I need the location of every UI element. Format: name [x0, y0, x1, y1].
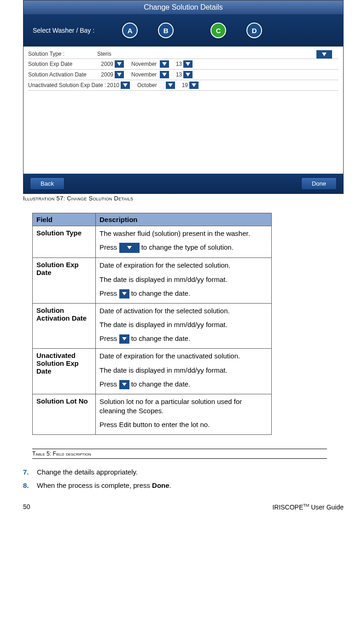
field-desc: Date of expiration for the unactivated s… — [96, 349, 272, 394]
exp-month: November — [128, 61, 160, 67]
table-row: Solution Type The washer fluid (solution… — [33, 226, 272, 258]
dropdown-icon — [119, 334, 129, 344]
unact-month: October — [134, 82, 166, 88]
dropdown-icon — [119, 289, 129, 299]
dropdown-act-month[interactable] — [160, 71, 169, 78]
step-7: 7. Change the details appropriately. — [23, 468, 344, 476]
dropdown-solution-type[interactable] — [316, 50, 332, 59]
svg-marker-8 — [168, 83, 173, 87]
act-day: 13 — [174, 71, 183, 78]
unact-day: 19 — [180, 82, 189, 88]
bay-b-button[interactable]: B — [158, 23, 174, 38]
label-act-date: Solution Activation Date — [28, 71, 97, 78]
guide-title: IRISCOPETM User Guide — [272, 503, 344, 511]
field-name: Unactivated Solution Exp Date — [33, 349, 96, 394]
act-year: 2009 — [97, 71, 115, 78]
svg-marker-0 — [322, 53, 327, 56]
row-act-date: Solution Activation Date 2009 November 1… — [28, 70, 339, 80]
exp-year: 2009 — [97, 61, 115, 67]
bay-d-button[interactable]: D — [246, 23, 262, 38]
table-row: Unactivated Solution Exp Date Date of ex… — [33, 349, 272, 394]
svg-marker-4 — [117, 73, 122, 76]
exp-day: 13 — [174, 61, 183, 67]
th-description: Description — [96, 213, 272, 226]
dropdown-act-year[interactable] — [115, 71, 124, 78]
field-name: Solution Exp Date — [33, 258, 96, 304]
dropdown-exp-day[interactable] — [183, 60, 193, 68]
row-exp-date: Solution Exp Date 2009 November 13 — [28, 59, 339, 70]
dropdown-unact-year[interactable] — [121, 82, 130, 89]
select-washer-label: Select Washer / Bay : — [33, 27, 94, 34]
row-unact-date: Unactivated Solution Exp Date : 2010 Oct… — [28, 80, 339, 91]
steps-list: 7. Change the details appropriately. 8. … — [23, 468, 344, 489]
dropdown-exp-year[interactable] — [115, 60, 124, 68]
form-spacer — [28, 91, 339, 169]
field-name: Solution Type — [33, 226, 96, 258]
app-footer: Back Done — [23, 174, 343, 193]
table-caption: Table 5: Field description — [32, 449, 327, 459]
step-number: 8. — [23, 481, 37, 489]
washer-select-bar: Select Washer / Bay : A B C D — [23, 14, 343, 47]
field-desc: Solution lot no for a particular solutio… — [96, 394, 272, 434]
step-text: Change the details appropriately. — [37, 468, 138, 476]
dropdown-icon — [119, 243, 140, 253]
svg-marker-2 — [162, 62, 167, 66]
row-solution-type: Solution Type : Steris — [28, 49, 339, 59]
svg-marker-1 — [117, 62, 122, 66]
dropdown-unact-month[interactable] — [166, 82, 175, 89]
label-unact-date: Unactivated Solution Exp Date : — [28, 82, 106, 88]
th-field: Field — [33, 213, 96, 226]
bay-a-button[interactable]: A — [122, 23, 138, 38]
bay-c-button[interactable]: C — [210, 23, 226, 38]
table-row: Solution Activation Date Date of activat… — [33, 303, 272, 349]
label-solution-type: Solution Type : — [28, 51, 97, 57]
dropdown-unact-day[interactable] — [189, 82, 199, 89]
field-desc: Date of activation for the selected solu… — [96, 303, 272, 349]
field-desc: The washer fluid (solution) present in t… — [96, 226, 272, 258]
page-footer: 50 IRISCOPETM User Guide — [23, 503, 344, 515]
svg-marker-7 — [123, 83, 128, 87]
field-desc: Date of expiration for the selected solu… — [96, 258, 272, 304]
svg-marker-6 — [186, 73, 190, 76]
svg-marker-9 — [192, 83, 196, 87]
app-screenshot: Change Solution Details Select Washer / … — [23, 0, 344, 194]
svg-marker-3 — [186, 62, 190, 66]
done-button[interactable]: Done — [301, 177, 337, 190]
field-description-table: Field Description Solution Type The wash… — [32, 213, 272, 435]
act-month: November — [128, 71, 160, 78]
step-number: 7. — [23, 468, 37, 476]
dropdown-exp-month[interactable] — [160, 60, 169, 68]
field-name: Solution Activation Date — [33, 303, 96, 349]
value-solution-type: Steris — [97, 51, 111, 57]
table-row: Solution Exp Date Date of expiration for… — [33, 258, 272, 304]
table-row: Solution Lot No Solution lot no for a pa… — [33, 394, 272, 434]
step-text: When the process is complete, press Done… — [37, 481, 171, 489]
dropdown-act-day[interactable] — [183, 71, 193, 78]
page-number: 50 — [23, 503, 30, 511]
form-area: Solution Type : Steris Solution Exp Date… — [23, 47, 343, 174]
field-name: Solution Lot No — [33, 394, 96, 434]
app-title: Change Solution Details — [23, 0, 343, 14]
unact-year: 2010 — [106, 82, 121, 88]
svg-marker-5 — [162, 73, 167, 76]
step-8: 8. When the process is complete, press D… — [23, 481, 344, 489]
back-button[interactable]: Back — [30, 177, 64, 190]
dropdown-icon — [119, 380, 129, 389]
illustration-caption: Illustration 57: Change Solution Details — [23, 195, 344, 202]
label-exp-date: Solution Exp Date — [28, 61, 97, 67]
